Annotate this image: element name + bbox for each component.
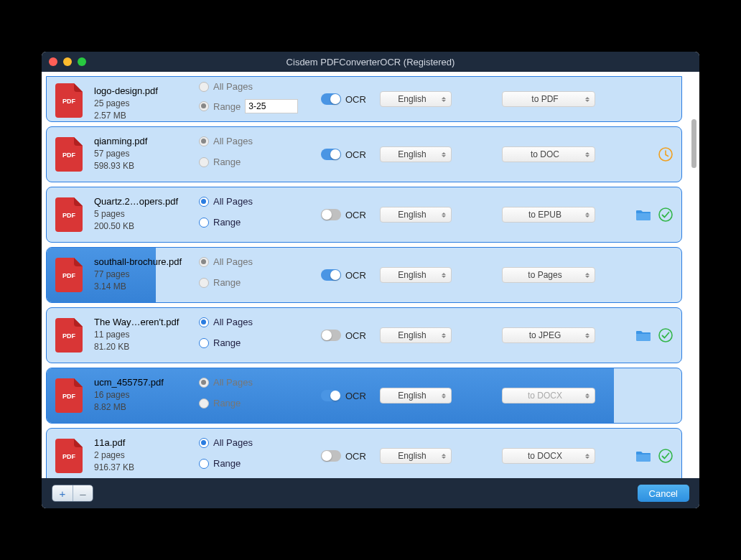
remove-button[interactable]: – xyxy=(73,485,93,501)
pdf-icon: PDF xyxy=(55,137,83,172)
all-pages-label: All Pages xyxy=(213,136,253,146)
cancel-button[interactable]: Cancel xyxy=(638,485,689,502)
file-info: The Way…eren't.pdf 11 pages 81.20 KB xyxy=(91,308,199,363)
format-column: to JPEG xyxy=(480,308,595,363)
ocr-column: OCR xyxy=(321,248,380,302)
all-pages-label: All Pages xyxy=(213,256,253,267)
format-column: to EPUB xyxy=(480,187,595,242)
row-actions xyxy=(595,187,681,242)
svg-point-7 xyxy=(659,329,672,342)
file-thumbnail: PDF xyxy=(47,187,91,242)
all-pages-radio[interactable] xyxy=(199,197,209,207)
all-pages-label: All Pages xyxy=(213,81,253,92)
language-dropdown[interactable]: English xyxy=(380,146,452,162)
format-dropdown[interactable]: to JPEG xyxy=(502,327,595,343)
ocr-toggle[interactable] xyxy=(321,93,341,105)
file-row[interactable]: PDF The Way…eren't.pdf 11 pages 81.20 KB… xyxy=(46,307,682,363)
row-actions xyxy=(595,127,681,182)
file-row[interactable]: PDF 11a.pdf 2 pages 916.37 KB All Pages … xyxy=(46,428,682,478)
all-pages-radio[interactable] xyxy=(199,317,209,327)
window-controls xyxy=(49,57,86,66)
range-radio xyxy=(199,278,209,288)
language-dropdown[interactable]: English xyxy=(380,388,452,403)
range-label: Range xyxy=(213,217,241,228)
file-row[interactable]: PDF Quartz.2…opers.pdf 5 pages 200.50 KB… xyxy=(46,187,682,243)
file-pages: 11 pages xyxy=(94,330,199,340)
format-dropdown[interactable]: to PDF xyxy=(502,91,595,107)
format-dropdown[interactable]: to Pages xyxy=(502,267,595,283)
file-size: 200.50 KB xyxy=(94,221,199,231)
range-label: Range xyxy=(213,398,241,409)
file-row[interactable]: PDF qianming.pdf 57 pages 598.93 KB All … xyxy=(46,126,682,182)
ocr-column: OCR xyxy=(321,368,380,423)
language-column: English xyxy=(380,429,480,478)
add-button[interactable]: + xyxy=(52,485,73,501)
range-radio[interactable] xyxy=(199,459,209,469)
ocr-label: OCR xyxy=(345,451,366,462)
language-dropdown[interactable]: English xyxy=(380,267,452,283)
format-column: to Pages xyxy=(480,248,595,302)
folder-icon[interactable] xyxy=(635,329,651,342)
language-dropdown[interactable]: English xyxy=(380,207,452,223)
language-dropdown[interactable]: English xyxy=(380,91,452,107)
format-dropdown[interactable]: to EPUB xyxy=(502,207,595,223)
file-row[interactable]: PDF ucm_455757.pdf 16 pages 8.82 MB All … xyxy=(46,368,682,424)
language-dropdown[interactable]: English xyxy=(380,448,452,464)
ocr-toggle[interactable] xyxy=(321,209,341,220)
svg-text:PDF: PDF xyxy=(62,98,76,105)
range-radio xyxy=(199,157,209,167)
file-thumbnail: PDF xyxy=(47,248,91,302)
row-actions xyxy=(595,368,681,423)
zoom-icon[interactable] xyxy=(78,57,86,66)
file-name: 11a.pdf xyxy=(94,437,199,448)
minimize-icon[interactable] xyxy=(63,57,72,66)
row-actions xyxy=(595,429,681,478)
window-title: Cisdem PDFConverterOCR (Registered) xyxy=(42,57,699,67)
range-radio[interactable] xyxy=(199,218,209,228)
folder-icon[interactable] xyxy=(635,208,651,221)
file-name: qianming.pdf xyxy=(94,136,199,146)
file-info: southall-brochure.pdf 77 pages 3.14 MB xyxy=(91,248,199,302)
all-pages-label: All Pages xyxy=(213,377,253,388)
file-size: 2.57 MB xyxy=(94,111,199,121)
ocr-toggle[interactable] xyxy=(321,269,341,281)
format-dropdown[interactable]: to DOC xyxy=(502,146,595,162)
scrollbar-thumb[interactable] xyxy=(691,119,696,168)
ocr-label: OCR xyxy=(345,94,366,105)
folder-icon[interactable] xyxy=(635,449,651,462)
ocr-label: OCR xyxy=(345,330,366,341)
file-info: ucm_455757.pdf 16 pages 8.82 MB xyxy=(91,368,199,423)
scrollbar[interactable] xyxy=(688,72,699,478)
svg-point-10 xyxy=(659,449,672,462)
language-dropdown[interactable]: English xyxy=(380,327,452,343)
file-name: southall-brochure.pdf xyxy=(94,256,199,267)
ocr-toggle[interactable] xyxy=(321,450,341,462)
close-icon[interactable] xyxy=(49,57,57,66)
file-pages: 2 pages xyxy=(94,450,199,460)
range-label: Range xyxy=(213,101,241,112)
range-label: Range xyxy=(213,277,241,288)
all-pages-radio[interactable] xyxy=(199,438,209,448)
file-pages: 77 pages xyxy=(94,269,199,279)
file-row[interactable]: PDF logo-design.pdf 25 pages 2.57 MB All… xyxy=(46,76,682,122)
all-pages-radio xyxy=(199,378,209,388)
ocr-toggle[interactable] xyxy=(321,330,341,341)
ocr-toggle[interactable] xyxy=(321,149,341,160)
file-size: 916.37 KB xyxy=(94,462,199,472)
ocr-label: OCR xyxy=(345,270,366,281)
language-column: English xyxy=(380,368,480,423)
pdf-icon: PDF xyxy=(55,83,83,118)
format-dropdown[interactable]: to DOCX xyxy=(502,448,595,464)
range-input[interactable] xyxy=(245,99,298,113)
pdf-icon: PDF xyxy=(55,258,83,292)
ocr-toggle[interactable] xyxy=(321,390,341,401)
file-size: 81.20 KB xyxy=(94,342,199,352)
file-row[interactable]: PDF southall-brochure.pdf 77 pages 3.14 … xyxy=(46,247,682,303)
range-radio[interactable] xyxy=(199,338,209,348)
file-name: The Way…eren't.pdf xyxy=(94,317,199,327)
check-icon xyxy=(658,328,673,342)
svg-text:PDF: PDF xyxy=(62,272,76,279)
format-dropdown[interactable]: to DOCX xyxy=(502,388,595,403)
file-pages: 16 pages xyxy=(94,390,199,400)
range-radio xyxy=(199,101,209,111)
